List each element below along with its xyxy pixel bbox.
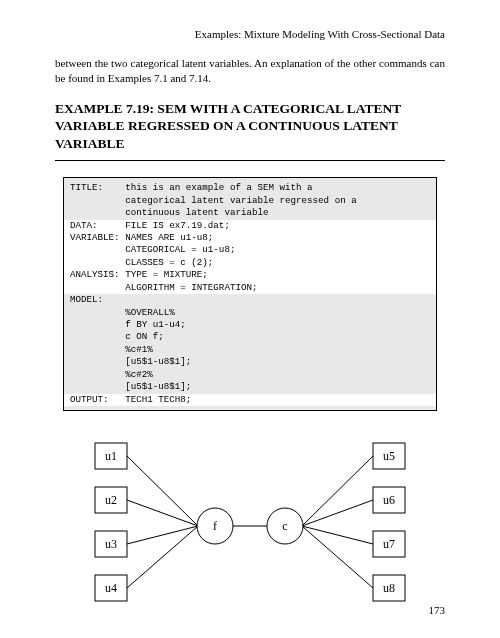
diagram-svg: u1u2u3u4 u5u6u7u8 f c — [85, 431, 415, 621]
indicator-u7-label: u7 — [383, 537, 395, 551]
code-segment: OUTPUT: TECH1 TECH8; — [64, 394, 436, 406]
intro-paragraph: between the two categorical latent varia… — [55, 56, 445, 86]
latent-f-label: f — [213, 519, 217, 533]
indicator-u5-label: u5 — [383, 449, 395, 463]
connector-c-u5 — [302, 456, 373, 526]
sem-diagram: u1u2u3u4 u5u6u7u8 f c — [55, 431, 445, 621]
indicator-u6-label: u6 — [383, 493, 395, 507]
indicator-u3-label: u3 — [105, 537, 117, 551]
latent-c-label: c — [282, 519, 287, 533]
indicator-u2-label: u2 — [105, 493, 117, 507]
connector-f-u1 — [127, 456, 198, 526]
code-segment: DATA: FILE IS ex7.19.dat; VARIABLE: NAME… — [64, 220, 436, 295]
page-number: 173 — [429, 604, 446, 616]
connector-c-u6 — [302, 500, 373, 526]
connector-f-u2 — [127, 500, 198, 526]
heading-rule — [55, 160, 445, 161]
code-segment: MODEL: %OVERALL% f BY u1-u4; c ON f; %c#… — [70, 294, 191, 392]
code-segment: TITLE: this is an example of a SEM with … — [70, 182, 357, 218]
code-block: TITLE: this is an example of a SEM with … — [63, 177, 437, 411]
indicator-u8-label: u8 — [383, 581, 395, 595]
section-heading: EXAMPLE 7.19: SEM WITH A CATEGORICAL LAT… — [55, 100, 445, 153]
indicator-u4-label: u4 — [105, 581, 117, 595]
running-header: Examples: Mixture Modeling With Cross-Se… — [55, 28, 445, 40]
indicator-u1-label: u1 — [105, 449, 117, 463]
